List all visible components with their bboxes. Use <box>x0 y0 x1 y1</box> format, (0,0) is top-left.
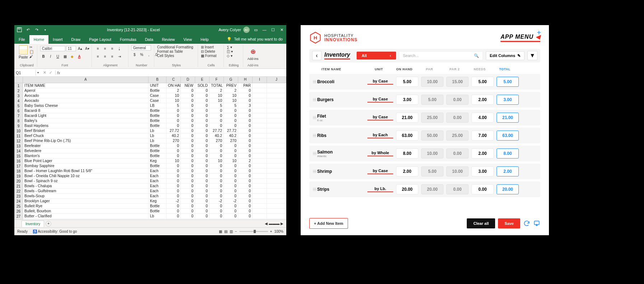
cell[interactable]: 270 <box>166 138 181 143</box>
cell[interactable]: 0 <box>224 143 238 148</box>
cell[interactable]: Bottle <box>149 108 166 113</box>
cell[interactable]: 10 <box>224 158 238 164</box>
cell[interactable]: 0 <box>166 143 181 148</box>
cell[interactable]: 0 <box>195 113 210 118</box>
needs-input[interactable]: 7.00 <box>471 131 494 141</box>
close-icon[interactable]: ✕ <box>279 27 284 32</box>
cell[interactable] <box>267 194 286 199</box>
cell[interactable]: Beefeater <box>23 143 149 148</box>
cell[interactable]: 2 <box>210 88 224 93</box>
cell[interactable]: -2 <box>210 199 224 204</box>
cell[interactable] <box>253 113 267 118</box>
cell[interactable]: 0 <box>238 199 253 204</box>
col-header[interactable]: E <box>195 77 210 83</box>
onhand-input[interactable]: 2.00 <box>396 166 418 176</box>
cell[interactable]: 0 <box>181 143 195 148</box>
minimize-icon[interactable]: — <box>262 27 267 32</box>
cell[interactable] <box>267 204 286 209</box>
cell[interactable]: 0 <box>195 199 210 204</box>
cell[interactable] <box>267 83 286 88</box>
needs-input[interactable]: 5.00 <box>471 77 494 87</box>
cell[interactable] <box>253 148 267 153</box>
unit-selector[interactable]: by Lb. <box>367 186 393 192</box>
tab-view[interactable]: View <box>179 35 196 44</box>
view-page-icon[interactable]: ▤ <box>224 229 227 233</box>
cell[interactable]: 0 <box>238 184 253 189</box>
row-header[interactable]: 4 <box>14 98 23 103</box>
addins-icon[interactable]: ⊕ <box>250 48 256 56</box>
cell[interactable]: 0 <box>195 128 210 133</box>
onhand-input[interactable]: 8.00 <box>396 148 418 158</box>
cell[interactable]: 0 <box>181 93 195 98</box>
cell[interactable]: Each <box>149 189 166 194</box>
tab-data[interactable]: Data <box>141 35 158 44</box>
cell[interactable]: ON HAND <box>166 83 181 88</box>
cell[interactable]: 0 <box>181 194 195 199</box>
cell[interactable]: Belvedere <box>23 148 149 153</box>
export-icon[interactable] <box>533 220 540 227</box>
cell[interactable]: 10 <box>166 98 181 103</box>
cell[interactable]: 0 <box>195 133 210 138</box>
avatar[interactable]: AC <box>243 27 250 33</box>
cell[interactable]: 0 <box>195 88 210 93</box>
cell[interactable]: 0 <box>224 153 238 158</box>
cell[interactable]: 0 <box>195 169 210 174</box>
unit-selector[interactable]: by Each <box>367 133 393 138</box>
comma-icon[interactable]: , <box>146 51 152 58</box>
row-header[interactable]: 17 <box>14 164 23 169</box>
item-cell[interactable]: Broccoli <box>317 79 366 84</box>
cell[interactable]: 0 <box>210 153 224 158</box>
align-top-icon[interactable]: ≡ <box>95 45 101 52</box>
search-input[interactable]: Search... 🔍 <box>399 51 483 60</box>
cell[interactable]: 10 <box>210 98 224 103</box>
cell[interactable] <box>267 169 286 174</box>
fx-icon[interactable]: fx <box>56 71 62 75</box>
cell[interactable] <box>267 214 286 219</box>
clear-icon[interactable]: ◇ ▾ <box>227 54 232 58</box>
row-header[interactable]: 10 <box>14 128 23 133</box>
cell[interactable]: 0 <box>224 184 238 189</box>
cell[interactable]: 0 <box>238 123 253 128</box>
cell[interactable]: 0 <box>210 204 224 209</box>
col-header[interactable]: I <box>253 77 267 83</box>
cell[interactable] <box>267 199 286 204</box>
cell[interactable]: 0 <box>224 209 238 214</box>
needs-input[interactable]: 3.00 <box>471 166 494 176</box>
cell[interactable]: 0 <box>238 108 253 113</box>
cell[interactable]: 0 <box>238 128 253 133</box>
copy-icon[interactable]: 📋 <box>29 50 34 54</box>
cell[interactable] <box>253 98 267 103</box>
item-cell[interactable]: Burgers <box>317 97 366 102</box>
add-item-button[interactable]: + Add New Item <box>309 218 348 229</box>
cell[interactable]: -2 <box>224 199 238 204</box>
sheet-tab-inventory[interactable]: Inventory <box>22 221 44 227</box>
tell-me[interactable]: 💡 Tell me what you want to do <box>227 34 286 44</box>
cell[interactable]: 0 <box>181 108 195 113</box>
cell[interactable]: 0 <box>210 174 224 179</box>
align-bot-icon[interactable]: ≡ <box>109 45 116 52</box>
cell[interactable] <box>253 209 267 214</box>
cell[interactable]: 0 <box>238 189 253 194</box>
drag-handle-icon[interactable] <box>312 152 317 155</box>
table-row[interactable]: 6Bacardi 8Bottle000000 <box>14 108 286 113</box>
shrink-font-icon[interactable]: A▾ <box>84 45 90 52</box>
cell[interactable]: 0 <box>166 123 181 128</box>
drag-handle-icon[interactable] <box>312 116 317 119</box>
cell[interactable]: Lb <box>149 219 166 219</box>
col-header[interactable]: G <box>224 77 238 83</box>
table-row[interactable]: 16Blue Point LagerKeg100010102 <box>14 158 286 164</box>
cell[interactable]: 0 <box>181 98 195 103</box>
cell[interactable]: Bailey's <box>23 118 149 123</box>
cell[interactable]: 0 <box>224 179 238 184</box>
cell[interactable]: 0 <box>166 214 181 219</box>
cell[interactable]: Bulleit Rye <box>23 204 149 209</box>
tab-help[interactable]: Help <box>196 35 213 44</box>
cell[interactable]: 0 <box>181 219 195 219</box>
enter-icon[interactable]: ✓ <box>49 70 52 75</box>
table-row[interactable]: 28Butter - WholeLb000000 <box>14 219 286 219</box>
cell[interactable]: 0 <box>181 88 195 93</box>
cell[interactable]: 0 <box>166 113 181 118</box>
row-header[interactable]: 18 <box>14 169 23 174</box>
font-size-select[interactable]: 11 <box>66 46 76 51</box>
tab-home[interactable]: Home <box>29 35 48 44</box>
